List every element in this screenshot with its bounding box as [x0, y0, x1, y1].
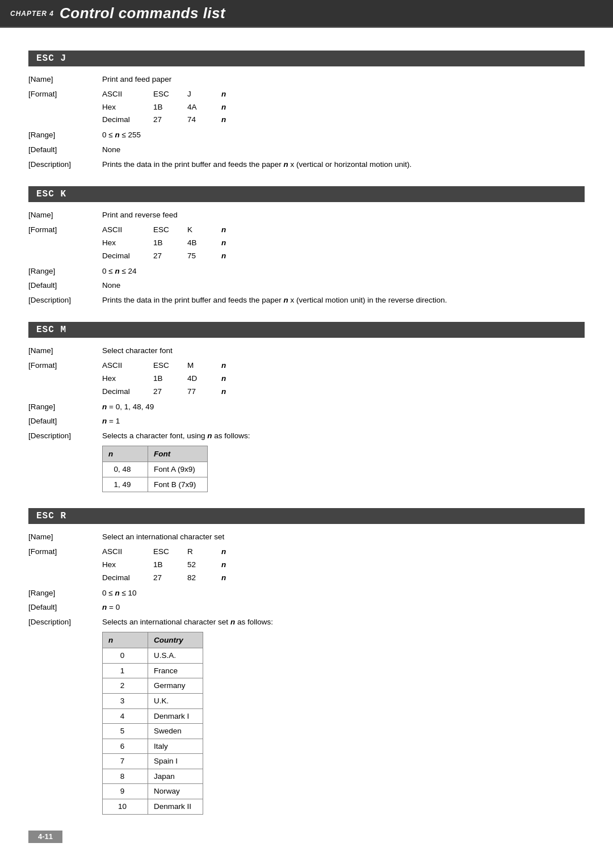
format-hex: Hex 1B 4D n: [102, 372, 226, 385]
name-label: [Name]: [28, 209, 102, 221]
chapter-title: Control commands list: [60, 5, 225, 22]
fmt-col3: n: [221, 101, 226, 114]
table-cell-country: Norway: [148, 784, 203, 799]
section-esc-m: ESC M [Name] Select character font [Form…: [28, 322, 585, 492]
table-row: 0U.S.A.: [103, 648, 203, 664]
desc-row: [Description] Selects a character font, …: [28, 430, 585, 492]
table-row: 7Spain I: [103, 754, 203, 769]
desc-row: [Description] Prints the data in the pri…: [28, 158, 585, 171]
fmt-col1: ESC: [153, 88, 187, 101]
table-cell-n: 3: [103, 693, 148, 708]
name-label: [Name]: [28, 345, 102, 357]
format-hex: Hex 1B 52 n: [102, 559, 226, 572]
section-title-esc-m: ESC M: [28, 322, 585, 338]
table-cell-country: Denmark II: [148, 799, 203, 815]
name-value: Print and feed paper: [102, 73, 585, 86]
format-hex: Hex 1B 4B n: [102, 237, 226, 250]
desc-value: Prints the data in the print buffer and …: [102, 294, 585, 307]
name-row: [Name] Print and reverse feed: [28, 209, 585, 221]
section-title-esc-k: ESC K: [28, 186, 585, 202]
name-row: [Name] Print and feed paper: [28, 73, 585, 86]
format-ascii: ASCII ESC K n: [102, 224, 226, 237]
range-label: [Range]: [28, 129, 102, 141]
table-cell-country: U.S.A.: [148, 648, 203, 664]
name-value: Select character font: [102, 345, 585, 357]
format-ascii: ASCII ESC M n: [102, 359, 226, 372]
range-label: [Range]: [28, 401, 102, 413]
range-row: [Range] n = 0, 1, 48, 49: [28, 401, 585, 413]
fmt-col1: 27: [153, 114, 187, 127]
fmt-col2: 4A: [187, 101, 221, 114]
desc-label: [Description]: [28, 616, 102, 815]
range-value: n = 0, 1, 48, 49: [102, 401, 585, 413]
fmt-col2: 74: [187, 114, 221, 127]
format-values: ASCII ESC R n Hex 1B 52 n Decimal 27: [102, 546, 226, 585]
format-label: [Format]: [28, 546, 102, 585]
desc-value: Selects an international character set n…: [102, 616, 585, 815]
table-cell-n: 6: [103, 739, 148, 754]
table-cell-country: U.K.: [148, 693, 203, 708]
format-decimal: Decimal 27 74 n: [102, 114, 226, 127]
format-hex: Hex 1B 4A n: [102, 101, 226, 114]
footer-bar: 4-11: [28, 831, 62, 843]
table-row: 4Denmark I: [103, 708, 203, 724]
format-values: ASCII ESC M n Hex 1B 4D n Decimal 27: [102, 359, 226, 399]
table-header-font: Font: [148, 446, 208, 462]
range-value: 0 ≤ n ≤ 255: [102, 129, 585, 141]
section-esc-k: ESC K [Name] Print and reverse feed [For…: [28, 186, 585, 306]
section-esc-r: ESC R [Name] Select an international cha…: [28, 508, 585, 814]
section-title-esc-j: ESC J: [28, 51, 585, 66]
content-area: ESC J [Name] Print and feed paper [Forma…: [0, 39, 613, 853]
table-cell-country: Italy: [148, 739, 203, 754]
range-row: [Range] 0 ≤ n ≤ 10: [28, 587, 585, 599]
chapter-header: CHAPTER 4 Control commands list: [0, 0, 613, 27]
default-value: n = 0: [102, 601, 585, 614]
format-ascii: ASCII ESC R n: [102, 546, 226, 559]
table-cell-n: 5: [103, 724, 148, 739]
format-decimal: Decimal 27 82 n: [102, 572, 226, 585]
table-cell-font: Font A (9x9): [148, 462, 208, 477]
range-row: [Range] 0 ≤ n ≤ 255: [28, 129, 585, 141]
table-cell-n: 4: [103, 708, 148, 724]
table-row: 1, 49 Font B (7x9): [103, 477, 208, 492]
table-cell-n: 9: [103, 784, 148, 799]
table-cell-n: 0: [103, 648, 148, 664]
table-cell-n: 10: [103, 799, 148, 815]
table-cell-n: 2: [103, 678, 148, 694]
table-cell-n: 1, 49: [103, 477, 148, 492]
desc-value: Selects a character font, using n as fol…: [102, 430, 585, 492]
fmt-type-ascii: ASCII: [102, 88, 153, 101]
format-values: ASCII ESC K n Hex 1B 4B n Decimal 27: [102, 224, 226, 263]
chapter-label: CHAPTER 4: [10, 10, 54, 18]
format-label: [Format]: [28, 359, 102, 399]
fmt-col3: n: [221, 114, 226, 127]
table-cell-country: Japan: [148, 769, 203, 784]
default-row: [Default] n = 0: [28, 601, 585, 614]
country-table: n Country 0U.S.A.1France2Germany3U.K.4De…: [102, 632, 203, 815]
page-number: 4-11: [38, 832, 53, 841]
page: CHAPTER 4 Control commands list ESC J [N…: [0, 0, 613, 853]
format-row: [Format] ASCII ESC M n Hex 1B 4D n: [28, 359, 585, 399]
fmt-type-decimal: Decimal: [102, 114, 153, 127]
table-cell-country: France: [148, 663, 203, 678]
desc-label: [Description]: [28, 158, 102, 171]
table-row: 0, 48 Font A (9x9): [103, 462, 208, 477]
table-row: 9Norway: [103, 784, 203, 799]
default-value: None: [102, 279, 585, 292]
font-table: n Font 0, 48 Font A (9x9) 1, 49 Fo: [102, 446, 208, 493]
fmt-type-hex: Hex: [102, 101, 153, 114]
default-label: [Default]: [28, 279, 102, 292]
desc-value: Prints the data in the print buffer and …: [102, 158, 585, 171]
name-value: Select an international character set: [102, 531, 585, 543]
table-row: 2Germany: [103, 678, 203, 694]
page-footer: 4-11: [0, 831, 613, 843]
table-header-n: n: [103, 446, 148, 462]
name-row: [Name] Select character font: [28, 345, 585, 357]
table-cell-n: 1: [103, 663, 148, 678]
name-label: [Name]: [28, 73, 102, 86]
format-decimal: Decimal 27 77 n: [102, 385, 226, 399]
fmt-col3: n: [221, 88, 226, 101]
range-label: [Range]: [28, 265, 102, 278]
desc-label: [Description]: [28, 294, 102, 307]
range-row: [Range] 0 ≤ n ≤ 24: [28, 265, 585, 278]
